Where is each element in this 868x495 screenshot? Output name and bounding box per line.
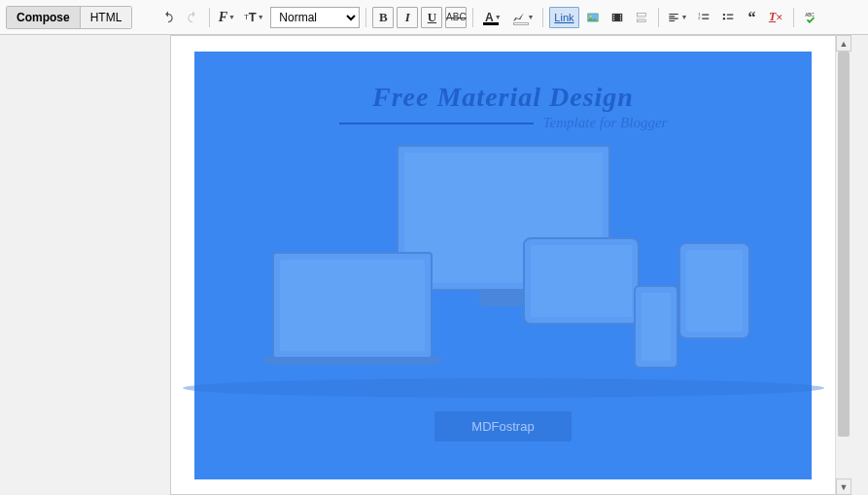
editor-area: Free Material Design Template for Blogge… <box>0 35 868 495</box>
highlight-color-button[interactable]: ▼ <box>509 7 537 28</box>
blockquote-button[interactable]: “ <box>742 7 763 28</box>
undo-button[interactable] <box>157 7 179 28</box>
html-tab[interactable]: HTML <box>80 7 132 28</box>
italic-button[interactable]: I <box>397 7 418 28</box>
separator <box>542 8 543 27</box>
font-family-button[interactable]: F▼ <box>216 7 237 28</box>
shadow <box>183 378 824 398</box>
separator <box>658 8 659 27</box>
insert-video-button[interactable] <box>607 7 628 28</box>
bullet-list-button[interactable] <box>717 7 739 28</box>
svg-rect-3 <box>612 15 613 16</box>
scroll-down-button[interactable]: ▼ <box>836 478 851 495</box>
svg-text:2: 2 <box>698 16 701 20</box>
text-color-button[interactable]: A ▼ <box>479 7 506 28</box>
remove-formatting-button[interactable]: T✕ <box>766 7 787 28</box>
svg-point-1 <box>589 15 591 17</box>
scroll-thumb[interactable] <box>838 52 850 437</box>
image-subtitle-row: Template for Blogger <box>339 115 668 131</box>
font-icon: F <box>219 10 227 25</box>
redo-button[interactable] <box>182 7 203 28</box>
underline-button[interactable]: U <box>421 7 442 28</box>
bullet-list-icon <box>721 11 735 24</box>
divider-line <box>339 123 534 124</box>
left-gutter <box>0 35 170 495</box>
editor-canvas[interactable]: Free Material Design Template for Blogge… <box>170 35 835 495</box>
compose-tab[interactable]: Compose <box>7 7 80 28</box>
insert-image-button[interactable] <box>582 7 604 28</box>
quote-icon: “ <box>748 9 756 26</box>
image-title: Free Material Design <box>372 82 634 113</box>
image-icon <box>586 11 600 24</box>
separator <box>209 8 210 27</box>
numbered-list-button[interactable]: 12 <box>693 7 714 28</box>
svg-rect-6 <box>619 15 620 16</box>
redo-icon <box>186 11 199 24</box>
editor-toolbar: Compose HTML F▼ TT▼ Normal B I U ABC A ▼… <box>0 0 868 35</box>
svg-rect-10 <box>637 19 645 21</box>
separator <box>472 8 473 27</box>
image-subtitle: Template for Blogger <box>543 115 668 131</box>
font-size-button[interactable]: TT▼ <box>240 7 267 28</box>
svg-point-14 <box>722 18 724 19</box>
svg-rect-9 <box>637 13 645 17</box>
align-icon <box>667 11 680 24</box>
mode-tabs: Compose HTML <box>6 6 132 29</box>
vertical-scrollbar[interactable]: ▲ ▼ <box>835 35 851 495</box>
svg-rect-5 <box>612 18 613 19</box>
tablet-portrait-mockup <box>678 242 750 339</box>
separator <box>793 8 794 27</box>
strikethrough-button[interactable]: ABC <box>445 7 467 28</box>
spellcheck-icon: ABC <box>804 11 817 24</box>
svg-rect-7 <box>619 17 620 18</box>
svg-text:ABC: ABC <box>805 12 815 17</box>
selected-image[interactable]: Free Material Design Template for Blogge… <box>194 52 812 479</box>
spellcheck-button[interactable]: ABC <box>800 7 821 28</box>
image-button-label: MDFostrap <box>434 411 571 442</box>
svg-point-13 <box>722 13 724 15</box>
link-button[interactable]: Link <box>549 7 578 28</box>
phone-mockup <box>634 285 678 369</box>
scroll-up-button[interactable]: ▲ <box>836 35 851 52</box>
jump-break-icon <box>635 11 648 24</box>
heading-select[interactable]: Normal <box>270 7 360 28</box>
numbered-list-icon: 12 <box>697 11 711 24</box>
svg-rect-8 <box>619 18 620 19</box>
undo-icon <box>161 11 175 24</box>
separator <box>365 8 366 27</box>
svg-rect-4 <box>612 17 613 18</box>
insert-jump-break-button[interactable] <box>631 7 652 28</box>
devices-mockup <box>260 145 746 388</box>
right-gutter <box>851 35 868 495</box>
bold-button[interactable]: B <box>372 7 394 28</box>
tablet-landscape-mockup <box>523 237 640 325</box>
video-icon <box>610 11 624 24</box>
alignment-button[interactable]: ▼ <box>665 7 690 28</box>
laptop-mockup <box>272 252 433 359</box>
clear-format-icon: T <box>769 10 776 24</box>
